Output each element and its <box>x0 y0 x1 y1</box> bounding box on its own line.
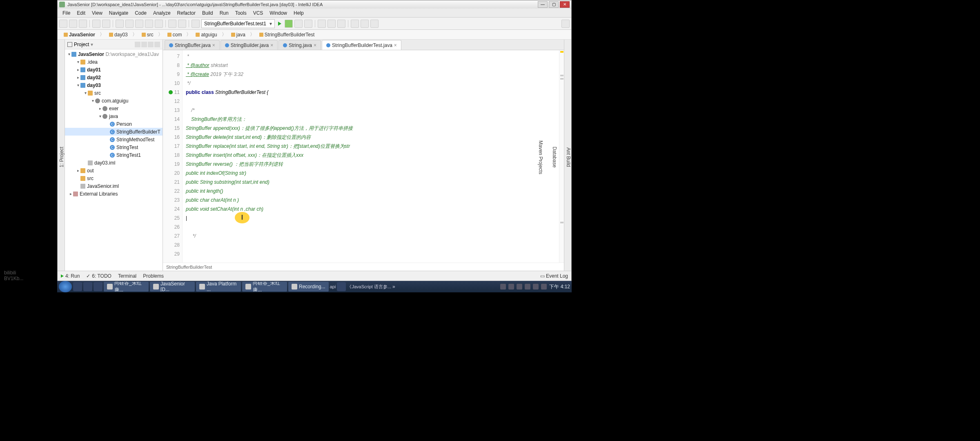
quick-explorer-icon[interactable] <box>73 282 82 291</box>
help-icon[interactable] <box>361 20 369 28</box>
code-line-19[interactable]: StringBuffer reverse() ：把当前字符序列逆转 <box>186 160 556 169</box>
tab-close-icon[interactable]: × <box>212 42 215 48</box>
start-button[interactable] <box>59 281 72 292</box>
refresh-icon[interactable] <box>79 20 87 28</box>
event-log[interactable]: ▭ Event Log <box>540 273 568 279</box>
code-line-10[interactable]: */ <box>186 79 556 88</box>
minimize-button[interactable]: — <box>538 1 548 8</box>
tree-item[interactable]: CStringTest1 <box>65 151 163 159</box>
terminal-tool[interactable]: Terminal <box>118 273 136 279</box>
save-icon[interactable] <box>69 20 77 28</box>
code-line-9[interactable]: * @create 2019 下午 3:32 <box>186 70 556 79</box>
code-line-20[interactable]: public int indexOf(String str) <box>186 169 556 178</box>
menu-tools[interactable]: Tools <box>232 10 250 16</box>
tree-item[interactable]: day03.iml <box>65 159 163 167</box>
tree-item[interactable]: ▸day01 <box>65 66 163 74</box>
tab-close-icon[interactable]: × <box>394 42 397 48</box>
code-line-18[interactable]: StringBuffer insert(int offset, xxx)：在指定… <box>186 151 556 160</box>
run-button[interactable] <box>276 22 283 26</box>
menu-file[interactable]: File <box>59 10 74 16</box>
code-line-27[interactable]: */ <box>186 232 556 241</box>
tree-item[interactable]: CStringTest <box>65 143 163 151</box>
cut-icon[interactable] <box>116 20 124 28</box>
task-button[interactable]: Recording... <box>288 282 329 292</box>
search-icon[interactable] <box>561 20 570 28</box>
crumb-5[interactable]: java <box>228 31 248 39</box>
run-config-select[interactable]: StringBufferBuilderTest.test1 <box>201 19 275 28</box>
problems-tool[interactable]: Problems <box>143 273 164 279</box>
code-line-8[interactable]: * @author shkstart <box>186 61 556 70</box>
quick-ie-icon[interactable] <box>83 282 92 291</box>
menu-navigate[interactable]: Navigate <box>106 10 131 16</box>
locate-icon[interactable] <box>135 42 140 47</box>
code-line-21[interactable]: public String substring(int start,int en… <box>186 178 556 187</box>
tray-icon[interactable] <box>525 284 530 290</box>
back-icon[interactable] <box>168 20 176 28</box>
build-icon[interactable] <box>192 20 200 28</box>
tab-StringBufferBuilderTest.java[interactable]: StringBufferBuilderTest.java× <box>322 40 401 50</box>
crumb-3[interactable]: com <box>165 31 185 39</box>
menu-build[interactable]: Build <box>199 10 216 16</box>
tab-close-icon[interactable]: × <box>270 42 273 48</box>
code-line-13[interactable]: /* <box>186 106 556 115</box>
tw-project[interactable]: 1: Project <box>59 44 65 271</box>
menu-code[interactable]: Code <box>131 10 150 16</box>
tab-String.java[interactable]: String.java× <box>278 40 321 50</box>
tree-item[interactable]: ▾java <box>65 112 163 120</box>
taskbar-clock[interactable]: 下午 4:12 <box>549 283 570 290</box>
menu-window[interactable]: Window <box>266 10 290 16</box>
crumb-6[interactable]: StringBufferBuilderTest <box>256 31 318 39</box>
code-line-29[interactable] <box>186 249 556 258</box>
todo-tool[interactable]: ✓6: TODO <box>86 273 111 279</box>
maximize-button[interactable]: ▢ <box>549 1 559 8</box>
tray-icon[interactable] <box>500 284 506 290</box>
tip-icon[interactable] <box>370 20 379 28</box>
project-header-label[interactable]: Project <box>74 42 89 47</box>
debug-icon[interactable] <box>285 20 293 28</box>
tree-item[interactable]: ▾.idea <box>65 58 163 66</box>
code-line-22[interactable]: public int length() <box>186 187 556 196</box>
redo-icon[interactable] <box>102 20 110 28</box>
run-gutter-icon[interactable] <box>169 90 173 94</box>
editor-breadcrumb[interactable]: StringBufferBuilderTest <box>163 263 564 271</box>
tree-item[interactable]: ▸out <box>65 167 163 174</box>
tree-item[interactable]: ▸External Libraries <box>65 190 163 198</box>
close-button[interactable]: ✕ <box>560 1 570 8</box>
tab-StringBuilder.java[interactable]: StringBuilder.java× <box>220 40 278 50</box>
task-extra2[interactable]: 《JavaScript 语言参... <box>347 284 391 290</box>
code-line-14[interactable]: StringBuffer的常用方法： <box>186 115 556 124</box>
undo-icon[interactable] <box>92 20 100 28</box>
collapse-icon[interactable] <box>141 42 147 47</box>
quick-browser-icon[interactable] <box>94 282 102 291</box>
menu-analyze[interactable]: Analyze <box>150 10 174 16</box>
hide-icon[interactable] <box>154 42 160 47</box>
task-extra1[interactable]: api <box>330 284 336 289</box>
code-line-23[interactable]: public char charAt(int n ) <box>186 196 556 205</box>
task-extra-icon[interactable] <box>337 282 346 291</box>
code-line-11[interactable]: public class StringBufferBuilderTest { <box>186 88 556 97</box>
settings-icon[interactable] <box>351 20 359 28</box>
tray-icon[interactable] <box>517 284 522 290</box>
tree-item[interactable]: ▾com.atguigu <box>65 97 163 105</box>
structure-icon[interactable] <box>337 20 345 28</box>
warning-marker[interactable] <box>560 51 564 53</box>
menu-help[interactable]: Help <box>290 10 307 16</box>
tray-icon[interactable] <box>541 284 547 290</box>
tree-item[interactable]: ▸day02 <box>65 74 163 81</box>
tab-close-icon[interactable]: × <box>314 42 316 48</box>
tree-item[interactable]: ▸exer <box>65 105 163 112</box>
menu-edit[interactable]: Edit <box>74 10 89 16</box>
tw-ant[interactable]: Ant Build <box>566 44 571 271</box>
menu-run[interactable]: Run <box>216 10 232 16</box>
code-line-28[interactable] <box>186 241 556 249</box>
open-icon[interactable] <box>59 20 67 28</box>
tree-item[interactable]: CStringBufferBuilderT <box>65 128 163 136</box>
stop-icon[interactable] <box>304 20 312 28</box>
task-button[interactable]: 尚硅谷_宋红康... <box>104 282 149 292</box>
menu-view[interactable]: View <box>89 10 106 16</box>
tree-item[interactable]: src <box>65 174 163 182</box>
tree-item[interactable]: JavaSenior.iml <box>65 182 163 190</box>
profile-icon[interactable] <box>327 20 336 28</box>
code-line-15[interactable]: StringBuffer append(xxx)：提供了很多的append()方… <box>186 124 556 133</box>
system-tray[interactable]: 下午 4:12 <box>500 283 570 290</box>
